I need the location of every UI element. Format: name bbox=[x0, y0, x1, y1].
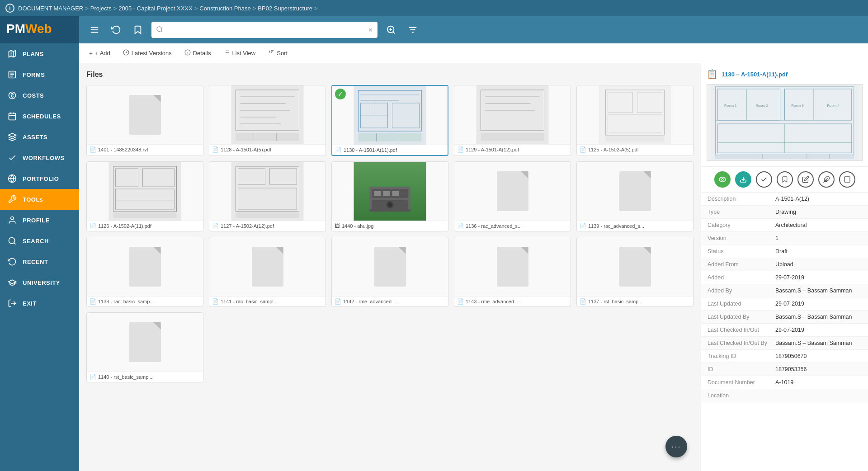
sidebar-item-assets[interactable]: ASSETS bbox=[0, 127, 79, 147]
sidebar-item-search[interactable]: SEARCH bbox=[0, 231, 79, 251]
sort-icon bbox=[268, 49, 274, 57]
file-name: 1125 - A-1502-A(5).pdf bbox=[588, 147, 639, 152]
blueprint-preview bbox=[332, 86, 448, 145]
approve-action-button[interactable] bbox=[756, 171, 772, 188]
photo-preview bbox=[332, 162, 448, 221]
sidebar-item-tools[interactable]: TOOLs bbox=[0, 189, 79, 210]
file-card[interactable]: 📄 1139 - rac_advanced_s... bbox=[576, 161, 693, 231]
profile-icon bbox=[7, 215, 17, 225]
file-card[interactable]: 📄 1137 - rst_basic_sampl... bbox=[576, 237, 693, 307]
metadata-row-status: Status Draft bbox=[701, 245, 868, 258]
svg-rect-47 bbox=[359, 133, 422, 141]
file-card[interactable]: 📄 1126 - A-1502-A(11).pdf bbox=[86, 161, 203, 231]
document-icon bbox=[129, 95, 161, 135]
file-card-selected[interactable]: ✓ bbox=[331, 85, 448, 156]
file-card[interactable]: 📄 1128 - A-1501-A(5).pdf bbox=[209, 85, 326, 156]
crop-action-button[interactable] bbox=[839, 171, 855, 188]
file-card[interactable]: 📄 1136 - rac_advanced_s... bbox=[454, 161, 571, 231]
assets-icon bbox=[7, 132, 17, 142]
file-type-icon: 📄 bbox=[335, 298, 341, 305]
svg-rect-85 bbox=[370, 209, 410, 212]
sidebar-item-profile[interactable]: PROFILE bbox=[0, 210, 79, 231]
undo-button[interactable] bbox=[108, 22, 124, 38]
sidebar-item-recent[interactable]: RECENT bbox=[0, 251, 79, 272]
info-icon[interactable]: i bbox=[5, 4, 14, 13]
file-card[interactable]: 📄 1142 - rme_advanced_... bbox=[331, 237, 448, 307]
download-action-button[interactable] bbox=[735, 171, 751, 188]
file-label: 🖼 1440 - ahu.jpg bbox=[332, 221, 448, 231]
metadata-row-tracking-id: Tracking ID 1879050670 bbox=[701, 350, 868, 363]
edit-action-button[interactable] bbox=[797, 171, 814, 188]
meta-value: 1 bbox=[775, 235, 778, 241]
file-card[interactable]: 📄 1127 - A-1502-A(12).pdf bbox=[209, 161, 326, 231]
selected-check-badge: ✓ bbox=[335, 89, 346, 99]
bookmark-action-button[interactable] bbox=[777, 171, 793, 188]
details-button[interactable]: Details bbox=[182, 47, 214, 59]
sidebar-item-schedules[interactable]: SCHEDULES bbox=[0, 106, 79, 127]
sidebar-item-workflows[interactable]: WORKFLOWS bbox=[0, 147, 79, 168]
breadcrumb-construction[interactable]: Construction Phase bbox=[199, 5, 250, 12]
meta-value: 29-07-2019 bbox=[775, 327, 804, 333]
meta-label: Added bbox=[708, 274, 775, 281]
document-icon bbox=[129, 322, 161, 362]
fab-button[interactable]: ··· bbox=[665, 436, 687, 457]
metadata-row-version: Version 1 bbox=[701, 232, 868, 245]
file-type-icon: 📄 bbox=[457, 298, 464, 305]
file-card[interactable]: 📄 1143 - rme_advanced_... bbox=[454, 237, 571, 307]
sidebar-item-university[interactable]: UNIVERSITY bbox=[0, 272, 79, 293]
file-card[interactable]: 🖼 1440 - ahu.jpg bbox=[331, 161, 448, 231]
menu-button[interactable] bbox=[86, 22, 103, 38]
search-clear-icon[interactable]: ✕ bbox=[368, 27, 373, 33]
file-thumbnail bbox=[577, 237, 693, 296]
file-card[interactable]: 📄 1140 - rst_basic_sampl... bbox=[86, 312, 203, 382]
list-view-button[interactable]: List View bbox=[221, 47, 258, 59]
svg-rect-62 bbox=[606, 136, 665, 141]
sidebar-item-costs[interactable]: COSTS bbox=[0, 85, 79, 106]
file-thumbnail bbox=[577, 162, 693, 221]
search-input[interactable] bbox=[166, 26, 368, 33]
view-action-button[interactable] bbox=[714, 171, 731, 188]
sidebar-item-exit[interactable]: EXIT bbox=[0, 293, 79, 314]
sidebar-item-forms[interactable]: FORMS bbox=[0, 64, 79, 85]
search-box: ✕ bbox=[151, 22, 377, 38]
filter-button[interactable] bbox=[405, 22, 421, 38]
sidebar-item-portfolio[interactable]: PORTFOLIO bbox=[0, 168, 79, 189]
breadcrumb-bp02[interactable]: BP02 Superstructure bbox=[258, 5, 312, 12]
metadata-row-added-by: Added By Bassam.S – Bassam Samman bbox=[701, 284, 868, 297]
sidebar-item-plans[interactable]: PLANS bbox=[0, 43, 79, 64]
breadcrumb-projects[interactable]: Projects bbox=[90, 5, 112, 12]
file-card[interactable]: 📄 1138 - rac_basic_samp... bbox=[86, 237, 203, 307]
file-label: 📄 1127 - A-1502-A(12).pdf bbox=[209, 221, 326, 231]
svg-text:Room 2: Room 2 bbox=[755, 104, 768, 108]
document-icon bbox=[619, 171, 651, 211]
metadata-table: Description A-1501-A(12) Type Drawing Ca… bbox=[701, 193, 868, 402]
metadata-row-description: Description A-1501-A(12) bbox=[701, 193, 868, 206]
meta-label: Document Number bbox=[708, 379, 775, 386]
bookmark-toolbar-button[interactable] bbox=[130, 22, 146, 38]
costs-icon bbox=[7, 90, 17, 100]
annotate-action-button[interactable] bbox=[818, 171, 835, 188]
sort-button[interactable]: Sort bbox=[265, 47, 290, 59]
files-title: Files bbox=[86, 71, 693, 79]
latest-versions-button[interactable]: Latest Versions bbox=[120, 47, 175, 59]
breadcrumb-doc-manager[interactable]: DOCUMENT MANAGER bbox=[18, 5, 83, 12]
file-label: 📄 1137 - rst_basic_sampl... bbox=[577, 296, 693, 306]
file-grid: 📄 1401 - 1485220348.rvt bbox=[86, 85, 693, 382]
file-card[interactable]: 📄 1141 - rac_basic_sampl... bbox=[209, 237, 326, 307]
file-card[interactable]: 📄 1129 - A-1501-A(12).pdf bbox=[454, 85, 571, 156]
file-name: 1129 - A-1501-A(12).pdf bbox=[466, 147, 519, 152]
zoom-search-button[interactable] bbox=[383, 22, 399, 38]
breadcrumb-capital[interactable]: 2005 - Capital Project XXXX bbox=[118, 5, 192, 12]
file-name: 1128 - A-1501-A(5).pdf bbox=[221, 147, 271, 152]
svg-rect-36 bbox=[236, 133, 299, 141]
metadata-row-last-updated: Last Updated 29-07-2019 bbox=[701, 297, 868, 311]
file-card[interactable]: 📄 1125 - A-1502-A(5).pdf bbox=[576, 85, 693, 156]
file-type-icon: 📄 bbox=[580, 298, 586, 305]
logo[interactable]: PM Web bbox=[5, 19, 69, 40]
meta-value: Draft bbox=[775, 248, 788, 254]
svg-point-84 bbox=[388, 203, 392, 207]
file-card[interactable]: 📄 1401 - 1485220348.rvt bbox=[86, 85, 203, 156]
meta-label: ID bbox=[708, 366, 775, 372]
add-button[interactable]: + + Add bbox=[86, 48, 113, 59]
document-icon bbox=[497, 247, 528, 287]
